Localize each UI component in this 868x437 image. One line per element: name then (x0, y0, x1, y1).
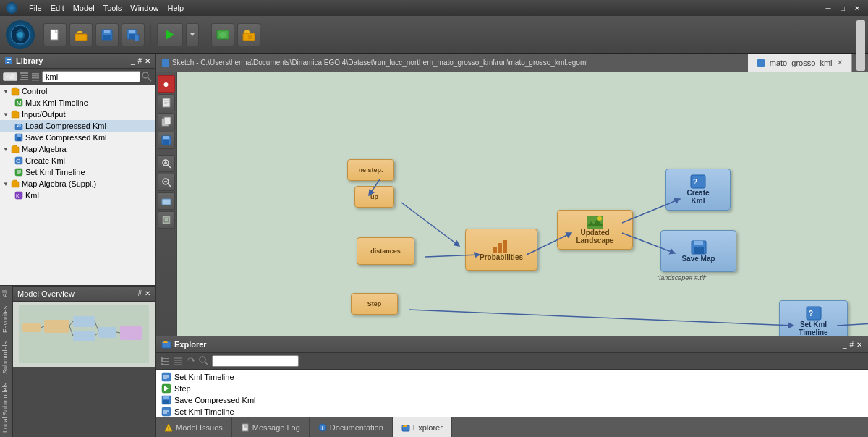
svg-marker-11 (166, 30, 174, 40)
menu-help[interactable]: Help (167, 4, 184, 12)
tab-message-log[interactable]: Message Log (232, 417, 310, 437)
explorer-minimize[interactable]: _ (843, 341, 847, 349)
new-button[interactable] (43, 23, 67, 46)
open-folder-button[interactable] (237, 23, 260, 46)
lib-group-io[interactable]: ▼ Input/Output (0, 109, 155, 120)
sketch-path: Sketch - C:\Users\herma\Documents\Dinami… (172, 59, 588, 67)
sketch-tab-label: mato_grosso_kml (770, 59, 833, 67)
explorer-search-toggle-icon[interactable] (199, 356, 209, 366)
explorer-close[interactable]: ✕ (856, 341, 862, 349)
sketch-tab-close[interactable]: ✕ (837, 59, 843, 67)
node-ne-step[interactable]: ne step. (347, 159, 394, 181)
search-icon[interactable] (142, 72, 152, 82)
explorer-item-save-compressed[interactable]: Save Compressed Kml (156, 394, 868, 406)
side-tab-local-submodels[interactable]: Local Submodels (0, 378, 12, 437)
node-up[interactable]: up (354, 186, 394, 208)
lib-item-mux-kml[interactable]: M Mux Kml Timeline (0, 97, 155, 109)
minimize-button[interactable]: ─ (823, 3, 833, 13)
fit-tool[interactable] (158, 211, 175, 229)
run-dropdown-button[interactable] (186, 23, 199, 46)
menu-tools[interactable]: Tools (103, 4, 122, 12)
lib-group-algebra[interactable]: ▼ Map Algebra (0, 143, 155, 155)
explorer-tree-icon[interactable] (160, 356, 170, 366)
node-set-kml-timeline[interactable]: ? Set KmlTimeline (779, 300, 848, 336)
library-minimize[interactable]: _ (131, 57, 135, 65)
library-search-input[interactable] (42, 71, 140, 82)
prob-icon (493, 239, 510, 253)
node-create-kml[interactable]: ? CreateKml (665, 169, 731, 211)
zoom-reset-tool[interactable] (158, 192, 175, 210)
explorer-refresh-icon[interactable] (186, 356, 196, 366)
library-content: ▼ Control M Mux Kml Timeline ▼ Input/Out… (0, 85, 155, 285)
svg-point-93 (597, 216, 602, 221)
svg-rect-105 (161, 357, 163, 360)
tab-model-issues[interactable]: ! Model Issues (156, 417, 232, 437)
save-button[interactable] (95, 23, 119, 46)
side-tab-submodels[interactable]: Submodels (0, 337, 12, 378)
svg-rect-52 (120, 326, 142, 340)
explorer-item-set-kml[interactable]: Set Kml Timeline (156, 371, 868, 383)
lib-group-control[interactable]: ▼ Control (0, 85, 155, 97)
node-step[interactable]: Step (351, 293, 398, 315)
lib-item-save-compressed[interactable]: Save Compressed Kml (0, 132, 155, 143)
lib-group-algebra-suppl[interactable]: ▼ Map Algebra (Suppl.) (0, 178, 155, 190)
tab-documentation[interactable]: i Documentation (310, 417, 393, 437)
lib-item-create-kml[interactable]: C Create Kml (0, 155, 155, 166)
app-logo (6, 20, 35, 49)
node-distances[interactable]: distances (357, 237, 414, 265)
save-tool[interactable] (158, 132, 175, 149)
stop-button[interactable]: ● (158, 75, 175, 93)
list-view-icon[interactable] (30, 72, 41, 82)
library-label: Library (16, 56, 43, 65)
scrollbar-thumb[interactable] (856, 20, 865, 71)
tab-explorer[interactable]: Explorer (393, 417, 452, 437)
landscape-icon (587, 216, 603, 229)
side-tab-favorites[interactable]: Favorites (0, 302, 12, 337)
paste-tool[interactable] (158, 94, 175, 111)
node-probabilities[interactable]: Probabilities (465, 229, 537, 271)
menu-edit[interactable]: Edit (51, 4, 64, 12)
menu-file[interactable]: File (29, 4, 42, 12)
node-save-map[interactable]: Save Map (660, 230, 736, 272)
svg-rect-68 (163, 136, 169, 139)
explorer-float[interactable]: # (849, 341, 854, 349)
lib-item-load-compressed[interactable]: Load Compressed Kml (0, 120, 155, 132)
svg-rect-98 (694, 247, 704, 254)
svg-rect-5 (104, 30, 110, 33)
lib-item-set-kml-timeline[interactable]: Set Kml Timeline (0, 166, 155, 178)
separator-1 (150, 25, 151, 45)
explorer-list-icon[interactable] (173, 356, 183, 366)
open-button[interactable] (69, 23, 93, 46)
svg-rect-26 (32, 75, 39, 77)
explorer-item-step[interactable]: Step (156, 383, 868, 394)
explorer-item-set-kml-2[interactable]: Set Kml Timeline (156, 406, 868, 417)
overview-close[interactable]: ✕ (145, 289, 150, 297)
overview-float[interactable]: # (137, 289, 142, 297)
save-compressed-icon (14, 133, 23, 142)
side-tab-all[interactable]: All (0, 286, 12, 302)
library-all-tab[interactable]: All (3, 72, 17, 81)
tree-view-icon[interactable] (19, 72, 29, 82)
svg-line-75 (168, 184, 171, 187)
explorer-controls: _ # ✕ (843, 341, 862, 349)
save-as-button[interactable] (122, 23, 145, 46)
sketch-tab-main[interactable]: mato_grosso_kml ✕ (748, 54, 852, 72)
copy-tool[interactable] (158, 113, 175, 130)
svg-rect-62 (164, 100, 169, 101)
explorer-set2-icon (161, 407, 171, 417)
menu-model[interactable]: Model (73, 4, 95, 12)
library-float[interactable]: # (137, 57, 142, 65)
lib-item-kml[interactable]: K Kml (0, 190, 155, 201)
map-button[interactable] (211, 23, 234, 46)
explorer-search-input[interactable] (212, 355, 299, 367)
menu-window[interactable]: Window (130, 4, 158, 12)
library-close[interactable]: ✕ (145, 57, 150, 65)
zoom-in-tool[interactable] (158, 155, 175, 172)
overview-minimize[interactable]: _ (131, 289, 135, 297)
node-updated-landscape[interactable]: UpdatedLandscape (557, 210, 633, 250)
zoom-out-tool[interactable] (158, 174, 175, 191)
svg-point-1 (17, 32, 23, 38)
maximize-button[interactable]: □ (838, 3, 848, 13)
run-button[interactable] (157, 23, 183, 46)
close-button[interactable]: ✕ (852, 3, 862, 13)
